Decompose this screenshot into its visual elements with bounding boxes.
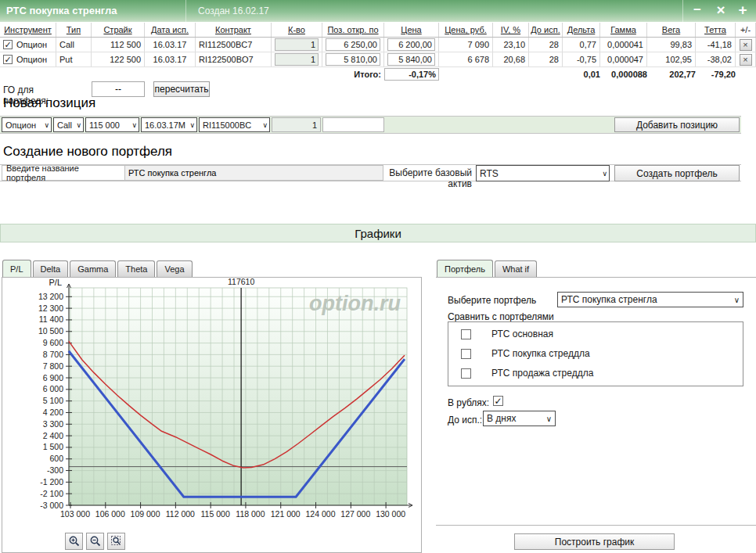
tab-портфель[interactable]: Портфель xyxy=(437,260,493,277)
tab-vega[interactable]: Vega xyxy=(157,260,192,277)
tab-delta[interactable]: Delta xyxy=(33,260,69,277)
close-icon[interactable]: × xyxy=(711,1,731,20)
x-tick-label: 127 000 xyxy=(340,509,370,519)
qty-input[interactable]: 1 xyxy=(275,38,319,51)
created-date: Создан 16.02.17 xyxy=(198,5,269,16)
build-chart-button[interactable]: Построить график xyxy=(514,533,675,550)
column-header-label: К-во xyxy=(288,25,305,34)
new-position-heading: Новая позиция xyxy=(3,95,95,111)
total-end xyxy=(736,67,756,81)
in-rubles-checkbox[interactable]: ✓ xyxy=(493,396,503,406)
exp-date-cell: 16.03.17 xyxy=(145,38,196,52)
positions-table: ИнструментТипСтрайкДата исп.КонтрактК-во… xyxy=(0,23,756,81)
y-tick-label: 12 300 xyxy=(38,303,63,313)
compare-option: РТС основная xyxy=(461,329,553,339)
days-select[interactable]: В днях ∨ xyxy=(483,411,556,426)
portfolio-title: РТС покупка стренгла xyxy=(6,5,117,16)
contract-select[interactable]: RI115000BC ∨ xyxy=(199,117,270,132)
instrument-select[interactable]: Опцион ∨ xyxy=(2,117,52,132)
column-header: Тип xyxy=(56,23,92,37)
qty-input[interactable]: 1 xyxy=(275,53,319,66)
compare-option-label: РТС продажа стреддла xyxy=(491,368,593,379)
portfolio-name-input[interactable] xyxy=(125,165,383,181)
price-input[interactable]: 6 200,00 xyxy=(387,38,435,51)
compare-portfolios-box: РТС основнаяРТС покупка стреддлаРТС прод… xyxy=(448,321,743,386)
delete-position-button[interactable]: × xyxy=(740,54,752,66)
column-header: +/- xyxy=(736,23,756,37)
go-value-input[interactable] xyxy=(92,81,145,97)
column-header-label: Тип xyxy=(67,25,81,34)
base-asset-select[interactable]: RTS ∨ xyxy=(476,165,610,181)
compare-checkbox[interactable] xyxy=(461,368,471,379)
strike-select[interactable]: 115 000 ∨ xyxy=(85,117,139,132)
column-header-label: Цена, руб. xyxy=(445,25,487,34)
table-total-row: Итого:-0,17%0,010,000088202,77-79,20 xyxy=(0,67,756,81)
exp-date-cell: 16.03.17 xyxy=(145,52,196,66)
y-tick-label: 4 200 xyxy=(43,408,63,417)
delete-cell: × xyxy=(736,52,756,66)
add-position-button[interactable]: Добавить позицию xyxy=(614,117,740,132)
chevron-down-icon: ∨ xyxy=(261,121,268,129)
select-portfolio-label: Выберите портфель xyxy=(448,295,536,306)
open-pos-input[interactable]: 6 250,00 xyxy=(326,38,380,51)
tab-theta[interactable]: Theta xyxy=(117,260,155,277)
zoom-out-button[interactable] xyxy=(86,533,104,550)
column-header-label: +/- xyxy=(740,25,751,34)
y-tick-label: 1 500 xyxy=(43,442,63,451)
portfolio-select[interactable]: РТС покупка стренгла ∨ xyxy=(557,292,743,307)
create-portfolio-heading: Создание нового портфеля xyxy=(3,144,172,160)
quantity-field[interactable]: 1 xyxy=(272,117,321,132)
portfolio-name-label: Введите название портфеля xyxy=(2,165,125,181)
compare-checkbox[interactable] xyxy=(461,349,471,359)
tab-gamma[interactable]: Gamma xyxy=(70,260,116,277)
price-input[interactable]: 5 840,00 xyxy=(387,53,435,66)
zoom-in-button[interactable] xyxy=(65,533,83,550)
exp-date-select[interactable]: 16.03.17М ∨ xyxy=(141,117,197,132)
row-checkbox[interactable]: ✓ xyxy=(3,40,13,49)
y-tick-label: 3 300 xyxy=(43,419,63,429)
instrument-cell: ✓Опцион xyxy=(0,38,56,52)
column-header: Дельта xyxy=(563,23,600,37)
add-icon[interactable]: + xyxy=(733,1,753,20)
total-delta: 0,01 xyxy=(563,67,600,81)
titlebar-divider xyxy=(185,0,186,22)
column-header: Страйк xyxy=(92,23,145,37)
column-header: Поз. откр. по xyxy=(322,23,384,37)
option-type-select[interactable]: Call ∨ xyxy=(53,117,84,132)
titlebar-divider-right xyxy=(682,0,683,22)
column-header: Дата исп. xyxy=(145,23,196,37)
table-row: ✓ОпционPut122 50016.03.17RI122500BO715 8… xyxy=(0,52,756,67)
chevron-down-icon: ∨ xyxy=(734,296,740,304)
price-line-label: 117610 xyxy=(228,278,254,286)
table-row: ✓ОпционCall112 50016.03.17RI112500BC716 … xyxy=(0,38,756,52)
new-position-row: Опцион ∨ Call ∨ 115 000 ∨ 16.03.17М ∨ RI… xyxy=(0,116,741,134)
zoom-out-icon xyxy=(89,535,102,548)
delete-position-button[interactable]: × xyxy=(740,39,752,51)
tab-what-if[interactable]: What if xyxy=(495,260,537,277)
open-pos-input[interactable]: 5 810,00 xyxy=(326,53,380,66)
x-tick-label: 106 000 xyxy=(95,509,125,519)
open-price-field[interactable] xyxy=(322,117,384,132)
chevron-down-icon: ∨ xyxy=(546,415,552,423)
days-label: До исп.: xyxy=(448,415,482,426)
column-header: К-во xyxy=(272,23,322,37)
positions-table-header: ИнструментТипСтрайкДата исп.КонтрактК-во… xyxy=(0,23,756,38)
x-tick-label: 124 000 xyxy=(306,509,336,519)
iv-cell: 20,68 xyxy=(493,52,529,66)
tab-pl[interactable]: P/L xyxy=(2,260,31,277)
recalculate-button[interactable]: пересчитать xyxy=(153,81,210,97)
zoom-selection-button[interactable] xyxy=(107,533,125,550)
column-header-label: IV, % xyxy=(501,25,520,34)
instrument-label: Опцион xyxy=(16,40,47,49)
panel-divider xyxy=(436,525,756,526)
total-theta: -79,20 xyxy=(696,67,736,81)
compare-checkbox[interactable] xyxy=(461,329,471,339)
minimize-icon[interactable]: − xyxy=(687,1,707,20)
x-tick-label: 118 000 xyxy=(236,509,265,519)
create-portfolio-button[interactable]: Создать портфель xyxy=(614,165,740,181)
x-tick-label: 121 000 xyxy=(271,509,301,519)
row-checkbox[interactable]: ✓ xyxy=(3,55,13,64)
column-header: Цена, руб. xyxy=(439,23,493,37)
total-vega: 202,77 xyxy=(647,67,696,81)
x-tick-label: 130 000 xyxy=(376,509,405,519)
